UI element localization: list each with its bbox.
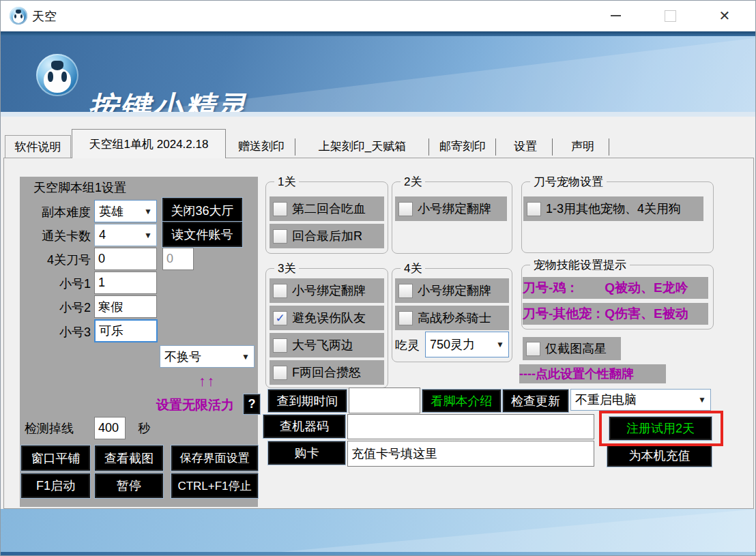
disconnect-input[interactable]	[94, 417, 126, 439]
app-window: 天空 ✕ 按键小精灵 软件说明 天空组1单机 2024.2.18 赠送刻印 上架…	[0, 0, 756, 556]
close-icon: ✕	[719, 8, 731, 24]
card-number-input[interactable]	[347, 441, 594, 467]
switch-account-select[interactable]: 不换号 ▼	[160, 345, 255, 368]
alt1-input[interactable]	[94, 272, 157, 294]
alt2-input[interactable]	[94, 295, 157, 318]
minimize-button[interactable]	[600, 5, 630, 27]
checkbox-icon	[273, 202, 287, 216]
knife-input[interactable]	[94, 248, 157, 270]
app-logo-icon	[10, 7, 27, 25]
alt1-label: 小号1	[23, 276, 91, 292]
tab-separator	[552, 138, 553, 156]
difficulty-select[interactable]: 英雄 ▼	[94, 200, 157, 222]
pet-checkbox-dog[interactable]: 1-3用其他宠物、4关用狗	[523, 196, 703, 221]
tab-shelf-engrave[interactable]: 上架刻印_天赋箱	[298, 135, 426, 158]
dropdown-arrow-icon: ▼	[496, 340, 504, 349]
stage3-checkbox-rage[interactable]: F两回合攒怒	[270, 360, 384, 385]
header-banner: 按键小精灵	[1, 31, 756, 112]
maximize-icon	[665, 10, 676, 22]
check-update-button[interactable]: 检查更新	[503, 390, 568, 412]
tab-sky-group1[interactable]: 天空组1单机 2024.2.18	[72, 129, 226, 158]
read-file-account-button[interactable]: 读文件账号	[162, 222, 242, 247]
highlight-rectangle	[599, 411, 723, 446]
disconnect-unit: 秒	[138, 420, 150, 437]
stage1-title: 1关	[274, 174, 299, 190]
checkbox-icon	[398, 202, 413, 216]
stop-button[interactable]: CTRL+F1停止	[171, 473, 258, 498]
left-panel-title: 天空脚本组1设置	[33, 179, 126, 196]
start-button[interactable]: F1启动	[21, 473, 90, 498]
checkbox-icon	[273, 338, 287, 353]
tab-separator	[428, 138, 429, 156]
stage3-checkbox-bind-flip[interactable]: 小号绑定翻牌	[270, 278, 384, 303]
stage1-checkbox-add-r[interactable]: 回合最后加R	[270, 224, 384, 248]
pet-skill-line2: 刀号-其他宠：Q伤害、E被动	[523, 303, 708, 325]
header-divider	[1, 112, 756, 117]
spirit-select[interactable]: 750灵力 ▼	[425, 332, 509, 357]
window-title: 天空	[32, 8, 57, 25]
knife-alt-input[interactable]	[162, 248, 194, 270]
dropdown-arrow-icon: ▼	[698, 395, 706, 405]
dropdown-arrow-icon: ▼	[242, 352, 250, 362]
knife-label: 4关刀号	[23, 252, 91, 268]
view-screenshot-button[interactable]: 查看截图	[95, 445, 163, 471]
alt3-label: 小号3	[23, 324, 91, 340]
screenshot-only-checkbox[interactable]: 仅截图高星	[523, 337, 621, 360]
machine-code-input[interactable]	[347, 414, 594, 439]
alt3-input[interactable]	[94, 319, 158, 342]
checkbox-icon	[527, 202, 541, 216]
buy-card-button[interactable]: 购卡	[268, 441, 345, 465]
checkbox-icon	[273, 366, 287, 380]
check-expiry-button[interactable]: 查到期时间	[268, 390, 347, 412]
dropdown-arrow-icon: ▼	[144, 207, 152, 216]
checkbox-icon	[526, 342, 540, 356]
custom-flip-link[interactable]: ----点此设置个性翻牌	[519, 364, 666, 383]
app-logo-text: 按键小精灵	[88, 87, 248, 112]
pet-skill-line1: 刀号-鸡： Q被动、E龙吟	[523, 277, 708, 299]
tab-separator	[495, 138, 496, 156]
save-ui-button[interactable]: 保存界面设置	[171, 445, 258, 471]
view-intro-button[interactable]: 看脚本介绍	[422, 390, 501, 412]
checkbox-icon: ✓	[273, 311, 287, 325]
stage2-checkbox-bind-flip[interactable]: 小号绑定翻牌	[395, 196, 507, 221]
stage2-title: 2关	[401, 174, 425, 190]
pet-settings-title: 刀号宠物设置	[530, 174, 607, 190]
stage1-checkbox-eat-blood[interactable]: 第二回合吃血	[270, 196, 384, 221]
stage4-checkbox-kill-knight[interactable]: 高战秒杀骑士	[395, 306, 509, 330]
cards-select[interactable]: 4 ▼	[94, 224, 157, 246]
stage4-checkbox-bind-flip[interactable]: 小号绑定翻牌	[395, 278, 509, 303]
close-hall-button[interactable]: 关闭36大厅	[162, 198, 242, 223]
alt2-label: 小号2	[23, 299, 91, 316]
recharge-button[interactable]: 为本机充值	[607, 444, 712, 467]
tab-statement[interactable]: 声明	[559, 135, 607, 158]
close-button[interactable]: ✕	[710, 5, 740, 27]
tab-separator	[609, 138, 609, 156]
tab-settings[interactable]: 设置	[501, 135, 550, 158]
checkbox-icon	[273, 229, 287, 244]
stage3-checkbox-fly-sides[interactable]: 大号飞两边	[270, 333, 384, 357]
pet-skill-title: 宠物技能设置提示	[530, 257, 630, 273]
restart-select[interactable]: 不重启电脑 ▼	[570, 389, 711, 411]
stage3-title: 3关	[274, 261, 299, 276]
cards-label: 通关卡数	[23, 228, 91, 244]
maximize-button[interactable]	[655, 5, 685, 27]
tab-separator	[295, 138, 295, 156]
dropdown-arrow-icon: ▼	[144, 231, 152, 240]
up-arrows-icon: ↑↑	[160, 373, 255, 390]
pause-button[interactable]: 暂停	[95, 473, 163, 498]
tab-gift-engrave[interactable]: 赠送刻印	[230, 135, 293, 158]
check-machine-button[interactable]: 查机器码	[263, 415, 345, 438]
window-titlebar: 天空 ✕	[1, 1, 756, 31]
spirit-label: 吃灵	[395, 337, 420, 353]
stage3-checkbox-avoid-friendly-fire[interactable]: ✓ 避免误伤队友	[270, 306, 384, 330]
tab-software-info[interactable]: 软件说明	[5, 135, 71, 158]
expiry-input[interactable]	[349, 387, 420, 413]
checkbox-icon	[398, 311, 413, 325]
checkbox-icon	[273, 284, 287, 298]
tab-mail-engrave[interactable]: 邮寄刻印	[432, 135, 493, 158]
minimize-icon	[611, 15, 621, 16]
tile-windows-button[interactable]: 窗口平铺	[21, 445, 90, 471]
footer-banner	[1, 509, 756, 556]
help-button[interactable]: ?	[244, 394, 260, 414]
disconnect-label: 检测掉线	[25, 420, 74, 437]
